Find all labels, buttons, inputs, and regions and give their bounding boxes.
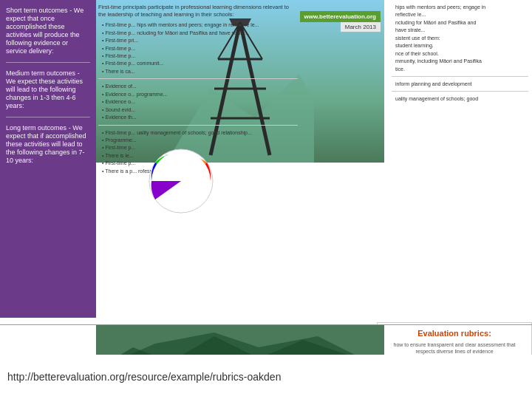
left-sidebar: Short term outcomes - We expect that onc… [0, 0, 96, 318]
doc-bullet-3: • First-time pri... [98, 37, 298, 44]
rainbow-logo [148, 148, 214, 214]
doc-bullet-11: • Sound evid... [98, 106, 298, 113]
section-div-2 [98, 125, 298, 126]
doc-bullet-2: • First-time p... ncluding for Māori and… [98, 30, 298, 36]
doc-bullet-10: • Evidence o... [98, 98, 298, 105]
main-container: Short term outcomes - We expect that onc… [0, 0, 532, 399]
footer-url: http://betterevaluation.org/resource/exa… [7, 371, 281, 383]
doc-bullet-9: • Evidence o... programme... [98, 91, 298, 98]
short-term-section: Short term outcomes - We expect that onc… [6, 6, 90, 55]
doc-bullet-4: • First-time p... [98, 45, 298, 52]
rdoc-bullet-7: nce of their school. [392, 50, 528, 57]
medium-term-section: Medium term outcomes - We expect these a… [6, 69, 90, 109]
doc-bullet-14: • Programme... [98, 137, 298, 143]
rdoc-bullet-3: ncluding for Māori and Pasifika and [392, 19, 528, 26]
website-banner: www.betterevaluation.org [300, 11, 381, 22]
rdoc-bullet-10: inform planning and development [392, 81, 528, 87]
doc-bullet-7: • There is ca... [98, 68, 298, 75]
long-term-title: Long term outcomes - We expect that if a… [6, 123, 90, 164]
doc-bullet-1: • First-time p... hips with mentors and … [98, 21, 298, 28]
doc-bullet-12: • Evidence th... [98, 114, 298, 120]
rdoc-bullet-6: student learning. [392, 42, 528, 49]
rdoc-bullet-9: tice. [392, 66, 528, 72]
rdoc-bullet-2: reflective le... [392, 11, 528, 18]
doc-bullet-8: • Evidence of... [98, 83, 298, 89]
long-term-section: Long term outcomes - We expect that if a… [6, 123, 90, 164]
doc-col-right: hips with mentors and peers; engage in r… [392, 4, 528, 103]
rdoc-bullet-5: sistent use of them: [392, 35, 528, 41]
eval-rubrics-subtitle: how to ensure transparent and clear asse… [383, 341, 525, 355]
medium-term-title: Medium term outcomes - We expect these a… [6, 69, 90, 109]
section-div-1 [98, 78, 298, 79]
sidebar-divider-1 [6, 62, 90, 63]
r-section-div-2 [392, 91, 528, 92]
doc-bullet-6: • First-time p... communit... [98, 60, 298, 66]
divider-line [0, 324, 532, 325]
sidebar-divider-2 [6, 117, 90, 117]
eval-rubrics-title: Evaluation rubrics: [383, 329, 525, 338]
r-section-div-1 [392, 76, 528, 77]
footer: http://betterevaluation.org/resource/exa… [0, 355, 532, 399]
rdoc-bullet-8: mmunity, including Māori and Pasifika [392, 58, 528, 64]
short-term-title: Short term outcomes - We expect that onc… [6, 6, 90, 55]
rdoc-bullet-4: have strate... [392, 27, 528, 33]
rdoc-bullet-1: hips with mentors and peers; engage in [392, 4, 528, 10]
rdoc-bullet-15: uality management of schools; good [392, 95, 528, 102]
doc-bullet-5: • First-time p... [98, 52, 298, 59]
doc-header: First-time principals participate in pro… [98, 4, 298, 18]
doc-bullet-13: • First-time p... uality management of s… [98, 129, 298, 136]
march-banner: March 2013 [341, 22, 381, 32]
